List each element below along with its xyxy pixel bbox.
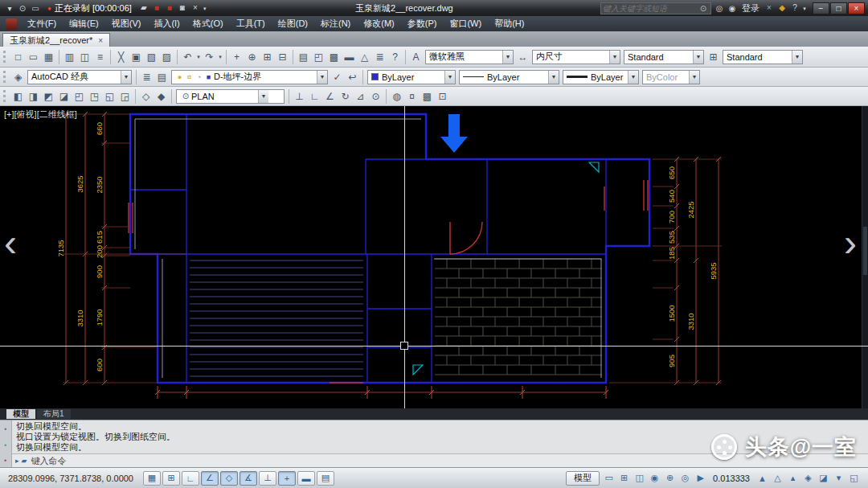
- grid-toggle[interactable]: ⊞: [162, 471, 180, 486]
- menu-item-1[interactable]: 编辑(E): [63, 16, 105, 31]
- properties-icon[interactable]: ▤: [296, 49, 311, 64]
- menu-item-6[interactable]: 绘图(D): [272, 16, 314, 31]
- otrack-toggle[interactable]: ∡: [240, 471, 257, 486]
- ucs-rotate-icon[interactable]: ↻: [338, 88, 353, 104]
- markup-icon[interactable]: △: [357, 49, 372, 64]
- layer-previous-icon[interactable]: ↩: [345, 69, 360, 84]
- chevron-down-icon[interactable]: ▼: [792, 51, 802, 64]
- ucs-z-axis-icon[interactable]: ∠: [322, 88, 338, 104]
- quick-search-icon[interactable]: ⊙: [16, 2, 29, 14]
- render-icon[interactable]: ◍: [389, 88, 404, 104]
- polar-toggle[interactable]: ∠: [201, 471, 219, 486]
- font-style-select[interactable]: 微软雅黑 ▼: [425, 50, 514, 64]
- pan-status-icon[interactable]: ◉: [647, 471, 662, 486]
- view-right-icon[interactable]: ◳: [87, 88, 102, 104]
- app-menu-icon[interactable]: ▾: [3, 2, 16, 14]
- make-layer-current-icon[interactable]: ✓: [330, 69, 345, 84]
- chevron-down-icon[interactable]: ▼: [628, 71, 638, 84]
- stop-record-icon[interactable]: ■: [163, 1, 176, 14]
- toolbar-grip[interactable]: [3, 71, 7, 83]
- menu-item-10[interactable]: 窗口(W): [443, 16, 488, 31]
- redo-menu-icon[interactable]: ▾: [217, 49, 223, 64]
- autoadd-scale-icon[interactable]: ▴: [785, 471, 800, 486]
- chevron-down-icon[interactable]: ▼: [121, 71, 131, 84]
- snap-toggle[interactable]: ▦: [143, 471, 161, 486]
- favorites-icon[interactable]: ×: [763, 1, 776, 14]
- menu-item-4[interactable]: 格式(O): [186, 16, 230, 31]
- text-style-select[interactable]: Standard ▼: [624, 50, 704, 64]
- chevron-down-icon[interactable]: ▼: [502, 51, 513, 64]
- chevron-down-icon[interactable]: ▼: [258, 90, 268, 103]
- pencil-icon[interactable]: ▰: [137, 1, 150, 14]
- prev-image-arrow[interactable]: ‹: [4, 223, 17, 262]
- ortho-toggle[interactable]: ∟: [182, 471, 199, 486]
- chevron-down-icon[interactable]: ▼: [444, 71, 455, 84]
- publish-icon[interactable]: ≡: [92, 49, 108, 64]
- lights-icon[interactable]: ¤: [404, 88, 420, 104]
- view-top-icon[interactable]: ◩: [41, 88, 56, 104]
- drawing-viewport[interactable]: [+][俯视][二维线框]: [0, 106, 868, 408]
- workspace-select[interactable]: AutoCAD 经典 ▼: [27, 70, 132, 84]
- copy-icon[interactable]: ▣: [129, 49, 144, 64]
- toolbar-lock-icon[interactable]: ◪: [816, 471, 831, 486]
- status-tray-icon[interactable]: ▾: [831, 471, 846, 486]
- command-prompt-text[interactable]: 键入命令: [31, 455, 66, 467]
- help-icon[interactable]: ?: [788, 1, 801, 14]
- viewport-controls-label[interactable]: [+][俯视][二维线框]: [4, 109, 77, 121]
- menu-item-0[interactable]: 文件(F): [21, 16, 63, 31]
- layer-select[interactable]: ●¤◔■ D-地坪-边界 ▼: [171, 70, 328, 84]
- close-button[interactable]: ×: [848, 2, 865, 14]
- maximize-button[interactable]: □: [830, 2, 847, 14]
- toolbar-grip[interactable]: [3, 90, 7, 102]
- pan-icon[interactable]: +: [229, 49, 244, 64]
- app-logo-icon[interactable]: [6, 18, 17, 30]
- new-window-icon[interactable]: ▭: [29, 2, 42, 14]
- search-icon[interactable]: ⊙: [698, 4, 709, 13]
- annotation-scale-icon[interactable]: ▲: [755, 471, 770, 486]
- qnew-icon[interactable]: □: [10, 49, 26, 64]
- layout-tab-0[interactable]: 模型: [6, 409, 35, 419]
- tool-palettes-icon[interactable]: ▩: [326, 49, 342, 64]
- menu-item-2[interactable]: 视图(V): [105, 16, 148, 31]
- show-motion-icon[interactable]: ▶: [693, 471, 708, 486]
- isometric-se-icon[interactable]: ◆: [154, 88, 169, 104]
- chevron-down-icon[interactable]: ▼: [609, 51, 620, 64]
- ucs-origin-icon[interactable]: ∟: [307, 88, 322, 104]
- view-left-icon[interactable]: ◰: [72, 88, 87, 104]
- view-bottom-icon[interactable]: ◪: [56, 88, 72, 104]
- cmd-input-edit-icon[interactable]: ▰: [22, 457, 27, 465]
- pause-record-icon[interactable]: ■: [150, 1, 163, 14]
- ucs-previous-icon[interactable]: ⊿: [353, 88, 368, 104]
- document-tab[interactable]: 玉泉新城2__recover* ×: [2, 33, 110, 47]
- layer-states-icon[interactable]: ▤: [154, 69, 170, 84]
- quickview-drawings-icon[interactable]: ◫: [632, 471, 647, 486]
- layer-properties-icon[interactable]: ≣: [139, 69, 154, 84]
- model-space-button[interactable]: 模型: [566, 471, 600, 486]
- isometric-sw-icon[interactable]: ◇: [138, 88, 154, 104]
- view-name-combo[interactable]: ⊙ ▼: [176, 89, 285, 104]
- vertical-scrollbar[interactable]: [862, 106, 868, 408]
- materials-icon[interactable]: ▩: [420, 88, 435, 104]
- record-menu-icon[interactable]: ▾: [202, 2, 208, 15]
- chevron-down-icon[interactable]: ▼: [693, 51, 703, 64]
- dim-style-select[interactable]: 内尺寸 ▼: [532, 50, 620, 64]
- color-select[interactable]: ByLayer ▼: [367, 70, 456, 84]
- named-views-icon[interactable]: ◨: [26, 88, 41, 104]
- person-icon[interactable]: ◉: [726, 2, 739, 14]
- camera-icon[interactable]: ◙: [176, 1, 189, 14]
- sheet-set-icon[interactable]: ▬: [342, 49, 357, 64]
- dyn-toggle[interactable]: +: [278, 471, 296, 486]
- lineweight-select[interactable]: ByLayer ▼: [563, 70, 639, 84]
- zoom-previous-icon[interactable]: ⊟: [275, 49, 290, 64]
- osnap-toggle[interactable]: ◇: [220, 471, 238, 486]
- quickview-layouts-icon[interactable]: ⊞: [616, 471, 632, 486]
- annotation-visibility-icon[interactable]: △: [770, 471, 785, 486]
- undo-icon[interactable]: ↶: [180, 49, 195, 64]
- save-icon[interactable]: ▦: [41, 49, 56, 64]
- menu-item-5[interactable]: 工具(T): [230, 16, 272, 31]
- menu-item-3[interactable]: 插入(I): [147, 16, 186, 31]
- match-properties-icon[interactable]: ▨: [159, 49, 174, 64]
- designcenter-icon[interactable]: ◰: [311, 49, 326, 64]
- next-image-arrow[interactable]: ›: [844, 223, 857, 262]
- plot-preview-icon[interactable]: ◫: [77, 49, 92, 64]
